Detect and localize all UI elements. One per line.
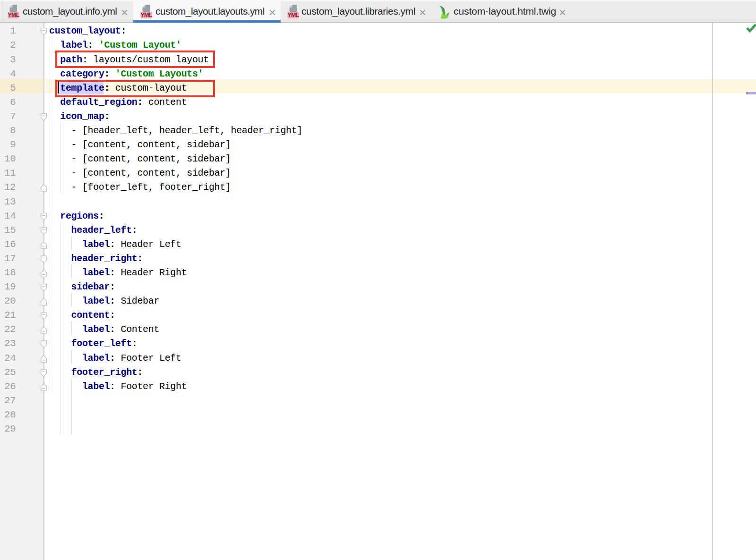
svg-text:YML: YML xyxy=(141,12,153,18)
svg-text:YML: YML xyxy=(8,12,20,18)
svg-text:YML: YML xyxy=(288,12,300,18)
